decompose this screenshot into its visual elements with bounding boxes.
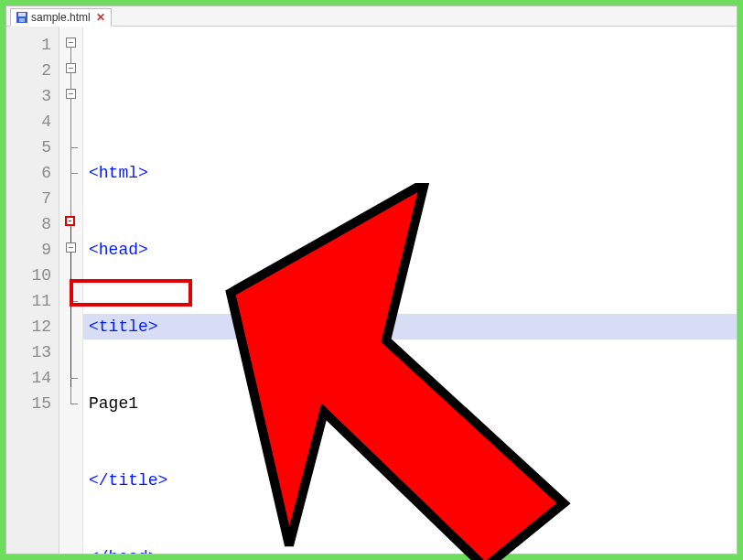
line-number: 2 [6,58,51,83]
line-number: 8 [6,211,51,237]
tab-filename: sample.html [31,11,91,24]
fold-toggle-icon[interactable] [66,242,76,253]
code-text: Page1 [89,394,138,413]
line-number: 7 [6,186,51,211]
tab-bar: sample.html ✕ [6,6,737,27]
close-icon[interactable]: ✕ [96,11,105,24]
line-number: 14 [6,365,51,391]
svg-rect-2 [19,18,25,22]
line-number: 5 [6,135,51,160]
line-number: 4 [6,109,51,135]
code-text: </head> [89,548,158,554]
line-number-gutter: 1 2 3 4 5 6 7 8 9 10 11 12 13 14 15 [6,27,59,554]
svg-rect-1 [18,13,26,16]
line-number: 9 [6,237,51,263]
line-number: 13 [6,339,51,365]
line-number: 11 [6,288,51,314]
fold-toggle-icon[interactable] [66,63,76,73]
line-number: 15 [6,391,51,416]
fold-toggle-icon[interactable] [66,38,76,48]
code-text: </title> [89,471,167,490]
code-text: <html> [89,164,148,182]
cursor-arrow-icon [179,183,655,560]
svg-marker-3 [231,183,564,560]
code-text: <head> [89,241,148,259]
code-text: <title> [89,318,158,336]
fold-toggle-icon[interactable] [66,89,76,99]
save-icon [16,12,27,23]
line-number: 3 [6,83,51,109]
line-number: 1 [6,32,51,58]
file-tab-sample[interactable]: sample.html ✕ [10,8,112,27]
line-number: 12 [6,314,51,339]
line-number: 10 [6,263,51,288]
fold-toggle-icon[interactable] [65,216,75,226]
line-number: 6 [6,160,51,186]
highlight-rectangle [70,279,192,307]
